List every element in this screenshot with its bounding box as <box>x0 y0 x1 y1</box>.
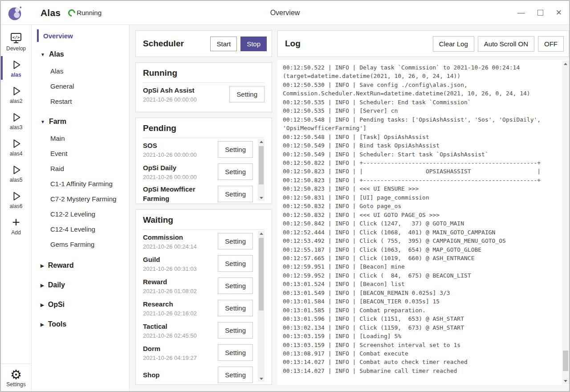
task-setting-button[interactable]: Setting <box>218 255 253 272</box>
nav-sub-item[interactable]: General <box>37 79 129 94</box>
task-next-run-time: 2021-10-26 02:45:50 <box>143 332 197 339</box>
nav-group-header[interactable]: ▼ Alas <box>37 48 129 61</box>
code-monitor-icon: </> <box>9 32 23 45</box>
task-setting-button[interactable]: Setting <box>218 163 253 180</box>
nav-sub-item[interactable]: Gems Farming <box>37 237 129 252</box>
log-panel-header: Log Clear Log Auto Scroll ON OFF <box>277 30 569 57</box>
task-row: SOS 2021-10-26 00:00:00 Setting <box>143 138 253 160</box>
log-line: 00:12:52.444 | INFO | Click (1068, 401) … <box>283 228 560 237</box>
task-setting-button[interactable]: Setting <box>218 186 253 202</box>
scheduler-panel: Scheduler Start Stop <box>135 30 272 57</box>
running-spinner-icon <box>67 8 77 18</box>
log-line: 00:12:50.548 | INFO | [Task] OpsiAshAssi… <box>283 133 560 141</box>
log-line: 00:12:50.823 | INFO | | OPSIASHASSIST | <box>283 167 560 176</box>
nav-sub-item[interactable]: Event <box>37 146 129 161</box>
clear-log-button[interactable]: Clear Log <box>433 36 474 52</box>
gear-icon: ⚙ <box>10 368 22 381</box>
task-row: Tactical 2021-10-26 02:45:50 Setting <box>143 319 253 341</box>
rail-item-alas3[interactable]: alas3 <box>1 107 31 134</box>
running-section: Running OpSi Ash Assist 2021-10-26 00:00… <box>135 62 272 112</box>
rail-item-alas[interactable]: alas <box>1 55 31 81</box>
scroll-up-icon[interactable] <box>260 141 263 143</box>
scheduler-title: Scheduler <box>143 39 210 49</box>
rail-item-add[interactable]: + Add <box>1 212 31 239</box>
nav-sub-item[interactable]: C12-4 Leveling <box>37 222 129 237</box>
nav-group-header[interactable]: ▶ Tools <box>37 318 129 331</box>
chevron-icon: ▶ <box>41 263 44 268</box>
task-setting-button[interactable]: Setting <box>218 141 253 158</box>
task-info: Tactical 2021-10-26 02:45:50 <box>143 322 197 339</box>
task-name: Tactical <box>143 322 197 331</box>
settings-label: Settings <box>6 381 25 388</box>
maximize-button[interactable] <box>537 10 543 16</box>
app-title: Alas <box>41 8 61 18</box>
nav-group-header[interactable]: ▶ OpSi <box>37 298 129 311</box>
scroll-down-icon[interactable] <box>260 378 263 380</box>
rail-item-develop[interactable]: </> Develop <box>1 29 31 55</box>
task-setting-button[interactable]: Setting <box>229 86 265 102</box>
rail-item-alas2[interactable]: alas2 <box>1 81 31 107</box>
task-next-run-time: 2021-10-26 00:00:00 <box>143 174 197 180</box>
rail-item-label: alas <box>11 72 21 78</box>
settings-button[interactable]: ⚙ Settings <box>1 363 31 391</box>
log-title: Log <box>285 39 433 49</box>
running-list: OpSi Ash Assist 2021-10-26 00:00:00 Sett… <box>143 83 265 112</box>
task-row: Guild 2021-10-26 00:31:03 Setting <box>143 252 253 274</box>
nav-group-alas: ▼ Alas AlasGeneralRestart <box>37 48 129 109</box>
waiting-list: Commission 2021-10-26 00:24:14 Setting G… <box>143 230 253 384</box>
task-setting-button[interactable]: Setting <box>218 278 253 294</box>
nav-sub-item[interactable]: Restart <box>37 94 129 109</box>
pending-title: Pending <box>143 123 265 138</box>
task-setting-button[interactable]: Setting <box>218 300 253 316</box>
task-name: Reward <box>143 277 197 286</box>
log-line: (target=datetime.datetime(2021, 10, 26, … <box>283 72 560 80</box>
waiting-list-wrap: Commission 2021-10-26 00:24:14 Setting G… <box>143 230 265 384</box>
rail-item-alas6[interactable]: alas6 <box>1 186 31 212</box>
auto-scroll-off-button[interactable]: OFF <box>538 36 564 52</box>
scrollbar-thumb[interactable] <box>259 238 264 310</box>
nav-group-opsi: ▶ OpSi <box>37 298 129 311</box>
nav-sub-item[interactable]: C7-2 Mystery Farming <box>37 192 129 207</box>
task-setting-button[interactable]: Setting <box>218 367 253 383</box>
log-line: 00:12:50.842 | INFO | Click (1247, 37) @… <box>283 219 560 228</box>
nav-group-header[interactable]: ▶ Reward <box>37 259 129 272</box>
task-setting-button[interactable]: Setting <box>218 322 253 339</box>
log-scrollbar[interactable] <box>562 61 569 384</box>
chevron-icon: ▼ <box>41 119 45 124</box>
minimize-button[interactable]: — <box>517 9 525 16</box>
scrollbar-thumb[interactable] <box>259 146 264 184</box>
waiting-scrollbar[interactable] <box>258 231 265 382</box>
nav-sub-item[interactable]: C12-2 Leveling <box>37 207 129 222</box>
titlebar: Alas Running Overview — ✕ <box>1 1 569 25</box>
nav-link-overview[interactable]: Overview <box>37 29 129 42</box>
rail-item-label: alas3 <box>10 124 23 131</box>
stop-button[interactable]: Stop <box>240 37 267 51</box>
nav-sub-item[interactable]: Main <box>37 131 129 146</box>
close-button[interactable]: ✕ <box>556 9 562 16</box>
nav-sub-item[interactable]: C1-1 Affinity Farming <box>37 176 129 192</box>
task-setting-button[interactable]: Setting <box>218 344 253 361</box>
start-button[interactable]: Start <box>210 37 237 51</box>
pending-scrollbar[interactable] <box>258 139 265 201</box>
rail-item-label: Develop <box>6 45 26 52</box>
scroll-down-icon[interactable] <box>564 380 567 382</box>
log-line: 00:12:50.535 | INFO | Scheduler: End tas… <box>283 98 560 106</box>
nav-group-header[interactable]: ▶ Daily <box>37 279 129 291</box>
scroll-down-icon[interactable] <box>260 197 263 199</box>
alas-logo-icon <box>7 4 24 21</box>
scroll-up-icon[interactable] <box>260 233 263 235</box>
scrollbar-thumb[interactable] <box>563 351 568 371</box>
scheduler-column: Scheduler Start Stop Running OpSi Ash As… <box>135 30 272 385</box>
nav-sub-item[interactable]: Raid <box>37 161 129 176</box>
nav-sub-item[interactable]: Alas <box>37 64 129 79</box>
scroll-up-icon[interactable] <box>564 63 567 65</box>
rail-item-alas4[interactable]: alas4 <box>1 134 31 160</box>
rail-item-alas5[interactable]: alas5 <box>1 160 31 186</box>
task-setting-button[interactable]: Setting <box>218 233 253 249</box>
nav-group-header[interactable]: ▼ Farm <box>37 115 129 128</box>
task-info: Shop <box>143 370 160 380</box>
auto-scroll-on-button[interactable]: Auto Scroll ON <box>478 36 534 52</box>
task-row: OpSi Meowfficer Farming Setting <box>143 183 253 204</box>
task-row: Research 2021-10-26 02:16:02 Setting <box>143 297 253 319</box>
task-name: SOS <box>143 141 197 150</box>
